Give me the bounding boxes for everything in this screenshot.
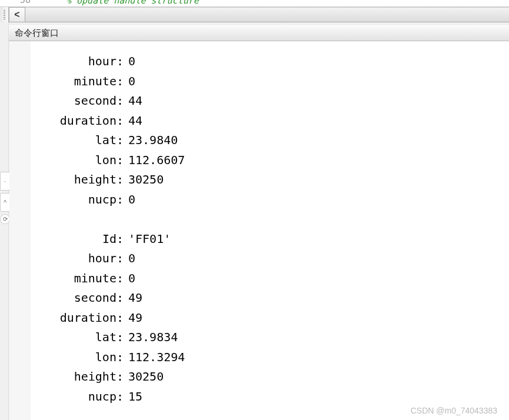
- field-label: height:: [40, 170, 128, 190]
- command-window-title: 命令行窗口: [15, 28, 59, 39]
- output-row: Id:'FF01': [40, 229, 185, 249]
- field-value: 30250: [128, 170, 164, 190]
- output-row: minute:0: [40, 269, 185, 289]
- output-row: minute:0: [40, 72, 185, 92]
- side-tool-1[interactable]: ·: [0, 172, 10, 191]
- field-label: second:: [40, 288, 128, 308]
- output-row: height:30250: [40, 170, 185, 190]
- field-value: 0: [128, 190, 135, 210]
- field-value: 0: [128, 72, 135, 92]
- field-value: 49: [128, 308, 142, 328]
- side-tool-3[interactable]: ⟳: [0, 214, 10, 224]
- output-row: second:49: [40, 288, 185, 308]
- back-button[interactable]: <: [9, 7, 25, 22]
- blank-line: [40, 209, 185, 229]
- field-label: lon:: [40, 151, 128, 171]
- field-value: 23.9840: [128, 131, 178, 151]
- side-tool-2[interactable]: ^: [0, 193, 10, 212]
- field-value: 44: [128, 111, 142, 131]
- output-row: hour:0: [40, 52, 185, 72]
- field-value: 0: [128, 249, 135, 269]
- field-label: duration:: [40, 111, 128, 131]
- field-value: 0: [128, 269, 135, 289]
- console-output: hour:0minute:0second:44duration:44lat:23…: [40, 52, 185, 406]
- output-row: lon:112.6607: [40, 151, 185, 171]
- field-label: hour:: [40, 52, 128, 72]
- output-row: nucp:15: [40, 387, 185, 407]
- field-value: 44: [128, 91, 142, 111]
- command-window-titlebar: 命令行窗口: [9, 25, 509, 41]
- field-label: lon:: [40, 348, 128, 368]
- toolbar: <: [0, 7, 509, 22]
- line-number-fragment: 58: [20, 0, 31, 5]
- field-value: 112.3294: [128, 348, 185, 368]
- field-value: 'FF01': [128, 229, 171, 249]
- toolbar-drag-handle[interactable]: [0, 7, 9, 22]
- field-label: nucp:: [40, 190, 128, 210]
- field-label: second:: [40, 91, 128, 111]
- field-value: 30250: [128, 367, 164, 387]
- output-row: second:44: [40, 91, 185, 111]
- field-value: 49: [128, 288, 142, 308]
- field-value: 0: [128, 52, 135, 72]
- output-row: hour:0: [40, 249, 185, 269]
- field-label: minute:: [40, 72, 128, 92]
- toolbar-spacer: [25, 7, 509, 22]
- command-window-content[interactable]: hour:0minute:0second:44duration:44lat:23…: [9, 41, 509, 420]
- field-value: 15: [128, 387, 142, 407]
- output-row: lat:23.9834: [40, 328, 185, 348]
- output-row: height:30250: [40, 367, 185, 387]
- field-label: height:: [40, 367, 128, 387]
- output-row: duration:44: [40, 111, 185, 131]
- field-label: duration:: [40, 308, 128, 328]
- field-label: lat:: [40, 131, 128, 151]
- watermark: CSDN @m0_74043383: [411, 406, 497, 415]
- field-value: 23.9834: [128, 328, 178, 348]
- side-buttons: · ^ ⟳: [0, 172, 10, 226]
- field-label: lat:: [40, 328, 128, 348]
- comment-fragment: % Update handle structure: [66, 0, 199, 6]
- back-icon: <: [14, 9, 19, 20]
- content-margin: [9, 41, 31, 420]
- field-label: hour:: [40, 249, 128, 269]
- field-value: 112.6607: [128, 151, 185, 171]
- field-label: Id:: [40, 229, 128, 249]
- editor-fragment: 58 % Update handle structure: [0, 0, 509, 7]
- output-row: lon:112.3294: [40, 348, 185, 368]
- output-row: lat:23.9840: [40, 131, 185, 151]
- field-label: minute:: [40, 269, 128, 289]
- output-row: nucp:0: [40, 190, 185, 210]
- output-row: duration:49: [40, 308, 185, 328]
- field-label: nucp:: [40, 387, 128, 407]
